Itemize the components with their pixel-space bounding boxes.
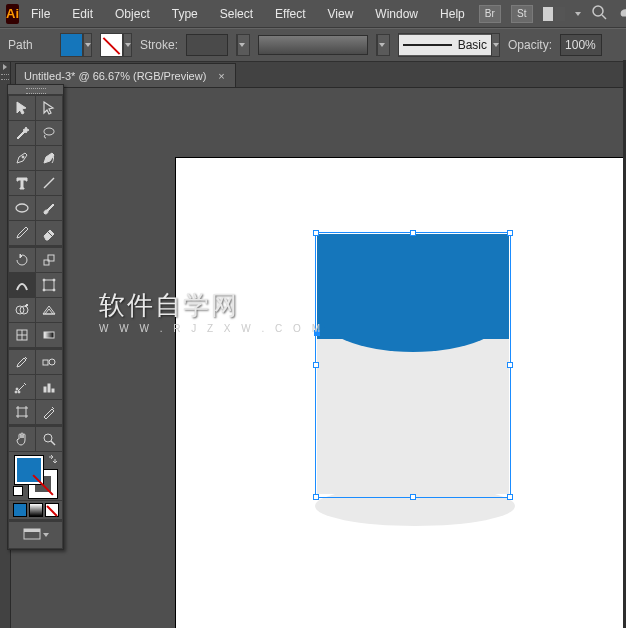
line-segment-tool[interactable] — [36, 171, 62, 195]
svg-point-0 — [593, 6, 603, 16]
svg-rect-28 — [24, 529, 40, 532]
eraser-tool[interactable] — [36, 221, 62, 245]
shape-builder-tool[interactable] — [9, 298, 35, 322]
anchor-point[interactable] — [314, 330, 320, 336]
menu-select[interactable]: Select — [210, 3, 263, 25]
svg-line-26 — [51, 441, 55, 445]
tools-panel-grip[interactable] — [8, 85, 63, 95]
svg-line-1 — [602, 15, 606, 19]
svg-point-8 — [43, 279, 45, 281]
arrange-dropdown-icon[interactable] — [575, 12, 581, 16]
workspace-switcher-area: Br St — [479, 4, 626, 23]
panel-grip-icon — [1, 74, 9, 80]
symbol-sprayer-tool[interactable] — [9, 375, 35, 399]
close-tab-button[interactable]: × — [216, 70, 226, 82]
menu-effect[interactable]: Effect — [265, 3, 315, 25]
svg-rect-7 — [44, 280, 54, 290]
stroke-profile-picker[interactable] — [236, 34, 250, 56]
stroke-label[interactable]: Stroke: — [140, 38, 178, 52]
direct-selection-tool[interactable] — [36, 96, 62, 120]
svg-rect-15 — [44, 332, 54, 338]
graphic-style-basic: Basic — [399, 35, 491, 55]
app-logo: Ai — [6, 4, 19, 24]
menu-bar: Ai File Edit Object Type Select Effect V… — [0, 0, 626, 28]
gradient-mode-button[interactable] — [29, 503, 43, 517]
ellipse-tool[interactable] — [9, 196, 35, 220]
bridge-button[interactable]: Br — [479, 5, 501, 23]
none-mode-button[interactable] — [45, 503, 59, 517]
arrange-documents-button[interactable] — [543, 7, 565, 21]
pen-tool[interactable] — [9, 146, 35, 170]
menu-help[interactable]: Help — [430, 3, 475, 25]
svg-rect-24 — [18, 408, 26, 416]
paintbrush-tool[interactable] — [36, 196, 62, 220]
menu-edit[interactable]: Edit — [62, 3, 103, 25]
gradient-tool[interactable] — [36, 323, 62, 347]
chevron-down-icon — [83, 34, 91, 56]
stroke-none-swatch — [101, 34, 123, 56]
svg-rect-21 — [44, 387, 46, 392]
default-fill-stroke-icon[interactable] — [13, 486, 23, 496]
column-graph-tool[interactable] — [36, 375, 62, 399]
tools-panel[interactable] — [7, 84, 64, 550]
menu-object[interactable]: Object — [105, 3, 160, 25]
svg-point-9 — [53, 279, 55, 281]
stroke-indicator[interactable] — [29, 470, 57, 498]
width-tool[interactable] — [9, 273, 35, 297]
curvature-tool[interactable] — [36, 146, 62, 170]
type-tool[interactable] — [9, 171, 35, 195]
canvas[interactable]: 软件自学网 W W W . R J Z X W . C O M — [11, 88, 626, 628]
blend-tool[interactable] — [36, 350, 62, 374]
lasso-tool[interactable] — [36, 121, 62, 145]
svg-line-3 — [44, 178, 54, 188]
menu-file[interactable]: File — [21, 3, 60, 25]
pencil-tool[interactable] — [9, 221, 35, 245]
scale-tool[interactable] — [36, 248, 62, 272]
document-area: Untitled-3* @ 66.67% (RGB/Preview) × — [11, 62, 626, 628]
stroke-swatch-picker[interactable] — [100, 33, 132, 57]
chevron-down-icon — [43, 533, 49, 537]
search-icon[interactable] — [591, 4, 607, 23]
control-bar: Path Stroke: Basic Opacity: 100% — [0, 28, 626, 62]
brush-definition-dropdown[interactable] — [376, 34, 390, 56]
screen-mode-button[interactable] — [9, 522, 62, 548]
chevron-down-icon — [123, 34, 131, 56]
chevron-down-icon — [377, 34, 385, 56]
free-transform-tool[interactable] — [36, 273, 62, 297]
selection-type-label: Path — [8, 38, 52, 52]
sync-icon[interactable] — [617, 4, 626, 23]
magic-wand-tool[interactable] — [9, 121, 35, 145]
brush-definition-field[interactable] — [258, 35, 368, 55]
graphic-style-picker[interactable]: Basic — [398, 33, 500, 57]
opacity-value-field[interactable]: 100% — [560, 34, 602, 56]
mesh-tool[interactable] — [9, 323, 35, 347]
svg-rect-23 — [52, 389, 54, 392]
stock-button[interactable]: St — [511, 5, 533, 23]
rotate-tool[interactable] — [9, 248, 35, 272]
swap-fill-stroke-icon[interactable] — [46, 454, 58, 469]
menu-view[interactable]: View — [318, 3, 364, 25]
slice-tool[interactable] — [36, 400, 62, 424]
svg-rect-22 — [48, 384, 50, 392]
stroke-weight-field[interactable] — [186, 34, 228, 56]
svg-point-25 — [44, 434, 52, 442]
fill-color-swatch — [61, 34, 83, 56]
menu-type[interactable]: Type — [162, 3, 208, 25]
artboard-tool[interactable] — [9, 400, 35, 424]
svg-point-4 — [16, 204, 28, 212]
color-mode-button[interactable] — [13, 503, 27, 517]
svg-point-10 — [43, 289, 45, 291]
selection-tool[interactable] — [9, 96, 35, 120]
eyedropper-tool[interactable] — [9, 350, 35, 374]
fill-swatch-picker[interactable] — [60, 33, 92, 57]
menu-window[interactable]: Window — [365, 3, 428, 25]
perspective-grid-tool[interactable] — [36, 298, 62, 322]
opacity-label[interactable]: Opacity: — [508, 38, 552, 52]
chevron-down-icon — [491, 34, 499, 56]
svg-point-20 — [15, 391, 17, 393]
zoom-tool[interactable] — [36, 427, 62, 451]
fill-stroke-indicator[interactable] — [9, 452, 62, 500]
hand-tool[interactable] — [9, 427, 35, 451]
svg-point-18 — [16, 388, 18, 390]
chevron-down-icon — [237, 34, 245, 56]
